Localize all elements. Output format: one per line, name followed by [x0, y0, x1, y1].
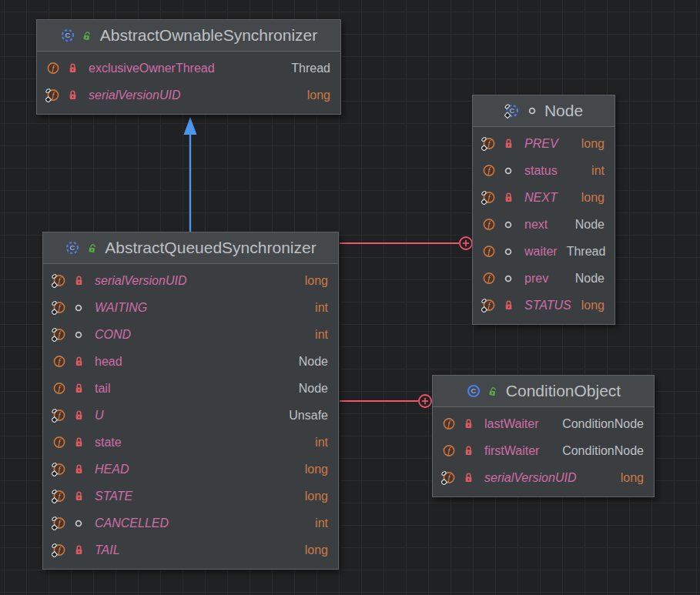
private-lock-icon [72, 356, 85, 367]
field-type: long [296, 274, 328, 288]
private-lock-icon [72, 463, 85, 475]
class-title: ConditionObject [506, 382, 621, 400]
field-row[interactable]: f PREVlong [473, 130, 615, 157]
class-title: AbstractOwnableSynchronizer [100, 26, 317, 45]
field-icon: f [52, 462, 66, 476]
diagram-canvas[interactable]: C AbstractOwnableSynchronizer f exclusiv… [0, 0, 700, 595]
field-name: head [95, 355, 122, 369]
field-row[interactable]: f HEADlong [43, 456, 338, 483]
class-title: AbstractQueuedSynchronizer [105, 239, 316, 257]
class-node-abstractownablesynchronizer[interactable]: C AbstractOwnableSynchronizer f exclusiv… [36, 19, 341, 115]
package-visibility-icon [72, 303, 85, 313]
field-row[interactable]: f CONDint [43, 321, 338, 348]
field-row[interactable]: f tailNode [43, 375, 338, 402]
field-type: long [611, 471, 644, 485]
package-visibility-icon [502, 274, 514, 283]
class-node-abstractqueuedsynchronizer[interactable]: C AbstractQueuedSynchronizer f serialVer… [42, 232, 339, 570]
private-lock-icon [462, 445, 474, 456]
field-icon: f [45, 88, 60, 102]
private-lock-icon [72, 383, 85, 394]
field-icon: f [481, 163, 496, 178]
field-icon: f [52, 435, 66, 450]
svg-text:C: C [509, 106, 514, 115]
public-lock-icon [487, 386, 500, 397]
field-icon: f [52, 408, 66, 423]
field-name: CANCELLED [95, 516, 169, 530]
svg-text:C: C [70, 243, 75, 252]
package-visibility-icon [72, 330, 85, 339]
field-row[interactable]: f prevNode [473, 265, 615, 292]
field-row[interactable]: f TAILlong [43, 537, 338, 563]
field-row[interactable]: f WAITINGint [43, 294, 338, 321]
field-icon: f [52, 489, 66, 503]
field-row[interactable]: f exclusiveOwnerThreadThread [37, 55, 340, 82]
field-row[interactable]: f waiterThread [473, 238, 615, 265]
field-name: WAITING [95, 301, 147, 315]
field-name: state [95, 436, 122, 450]
private-lock-icon [502, 192, 514, 203]
fields-list: f PREVlong f statusint f NEXTlong f next… [473, 127, 615, 324]
inheritance-edge[interactable] [184, 117, 197, 232]
class-title: Node [544, 102, 583, 120]
field-type: Node [566, 218, 605, 232]
package-visibility-icon [502, 220, 514, 229]
field-type: long [298, 89, 330, 102]
field-row[interactable]: f lastWaiterConditionNode [433, 410, 654, 437]
inner-class-edge[interactable] [340, 395, 431, 407]
private-lock-icon [72, 436, 85, 448]
inner-class-plus-icon[interactable] [460, 237, 472, 249]
field-name: tail [95, 382, 110, 396]
field-row[interactable]: f serialVersionUIDlong [37, 82, 340, 109]
field-row[interactable]: f STATUSlong [473, 292, 615, 319]
field-name: NEXT [524, 191, 558, 205]
field-type: long [296, 463, 328, 476]
field-type: Node [566, 272, 605, 286]
field-row[interactable]: f serialVersionUIDlong [433, 464, 654, 491]
class-node-conditionobject[interactable]: C ConditionObject f lastWaiterConditionN… [432, 375, 655, 497]
field-row[interactable]: f UUnsafe [43, 402, 338, 429]
private-lock-icon [72, 544, 85, 556]
class-icon: C [504, 103, 520, 119]
field-row[interactable]: f headNode [43, 348, 338, 375]
field-row[interactable]: f serialVersionUIDlong [43, 267, 338, 294]
field-name: lastWaiter [484, 417, 539, 431]
class-header[interactable]: C Node [473, 95, 615, 127]
class-header[interactable]: C AbstractQueuedSynchronizer [43, 232, 338, 264]
fields-list: f lastWaiterConditionNode f firstWaiterC… [433, 407, 654, 496]
field-row[interactable]: f firstWaiterConditionNode [433, 437, 654, 464]
field-row[interactable]: f STATElong [43, 483, 338, 510]
field-row[interactable]: f nextNode [473, 211, 615, 238]
class-header[interactable]: C AbstractOwnableSynchronizer [37, 20, 340, 52]
inner-class-plus-icon[interactable] [419, 395, 431, 407]
field-name: U [95, 409, 104, 423]
field-icon: f [441, 470, 456, 485]
inner-class-edge[interactable] [340, 237, 472, 249]
class-node-node[interactable]: C Node f PREVlong f statusint f NEXTlong… [472, 95, 615, 325]
field-name: serialVersionUID [484, 471, 576, 485]
field-name: exclusiveOwnerThread [89, 62, 215, 75]
field-type: int [582, 164, 605, 178]
package-visibility-icon [526, 106, 538, 115]
field-row[interactable]: f statusint [473, 157, 615, 184]
private-lock-icon [72, 490, 85, 502]
private-lock-icon [72, 275, 85, 286]
field-icon: f [441, 416, 456, 431]
field-icon: f [481, 136, 496, 151]
package-visibility-icon [502, 166, 514, 175]
field-row[interactable]: f stateint [43, 429, 338, 456]
field-type: Node [290, 382, 328, 396]
field-row[interactable]: f NEXTlong [473, 184, 615, 211]
field-type: ConditionNode [553, 444, 644, 458]
field-type: ConditionNode [553, 417, 644, 431]
field-row[interactable]: f CANCELLEDint [43, 510, 338, 537]
field-name: STATE [95, 490, 132, 503]
private-lock-icon [502, 299, 514, 311]
field-type: int [306, 516, 328, 530]
field-name: STATUS [524, 299, 571, 313]
field-icon: f [481, 244, 496, 259]
field-icon: f [52, 543, 66, 557]
class-header[interactable]: C ConditionObject [433, 376, 654, 407]
private-lock-icon [462, 472, 474, 483]
field-name: waiter [524, 245, 558, 259]
field-icon: f [481, 271, 496, 286]
